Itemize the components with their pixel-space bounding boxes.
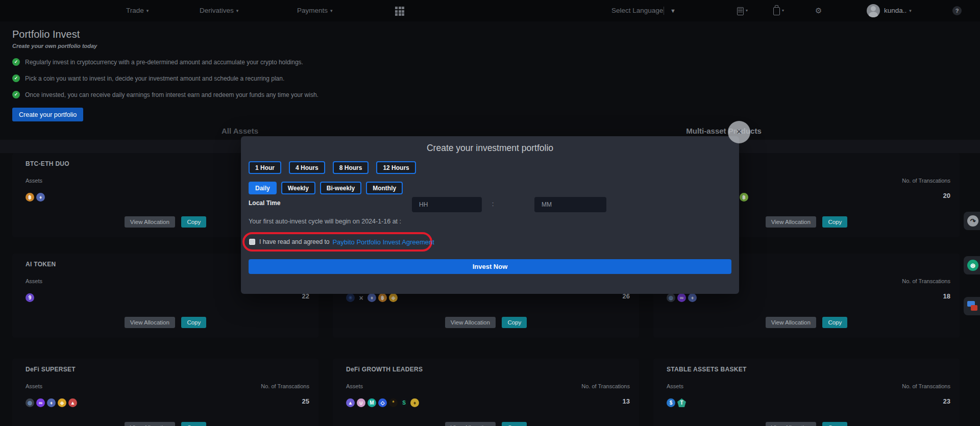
page-subtitle: Create your own portfolio today xyxy=(12,43,97,49)
nav-menu-payments-label: Payments xyxy=(297,7,328,14)
btc-icon: ฿ xyxy=(26,193,34,202)
gold-token-icon: ◆ xyxy=(58,398,66,407)
transactions-label: No. of Transcations xyxy=(902,178,950,184)
check-circle-icon: ✓ xyxy=(12,91,20,98)
option-12-hours[interactable]: 12 Hours xyxy=(376,161,415,174)
copy-button[interactable]: Copy xyxy=(181,317,206,328)
card-actions: View Allocation Copy xyxy=(333,317,639,328)
copy-button[interactable]: Copy xyxy=(181,216,206,228)
view-allocation-button[interactable]: View Allocation xyxy=(125,317,175,328)
usdt-icon: T xyxy=(677,398,686,407)
language-caret-icon[interactable]: ▼ xyxy=(670,0,676,21)
agreement-link[interactable]: Paybito Portfolio Invest Agreement xyxy=(332,238,434,246)
assets-label: Assets xyxy=(346,383,363,389)
nav-menu-derivatives[interactable]: Derivatives▾ xyxy=(200,0,238,21)
btc-icon: ฿ xyxy=(378,293,387,302)
copy-button[interactable]: Copy xyxy=(502,422,527,426)
view-allocation-button[interactable]: View Allocation xyxy=(766,422,816,426)
option-bi-weekly[interactable]: Bi-weekly xyxy=(320,182,361,194)
mkr-icon: M xyxy=(368,398,376,407)
agreement-checkbox[interactable] xyxy=(249,239,255,245)
wallet-bag-icon[interactable] xyxy=(773,7,780,15)
create-portfolio-button[interactable]: Create your portfolio xyxy=(12,108,83,121)
portfolio-card-defi-superset: DeFi SUPERSET Assets No. of Transcations… xyxy=(12,359,318,426)
top-nav: Trade▾ Derivatives▾ Payments▾ Select Lan… xyxy=(0,0,980,21)
transactions-count: 20 xyxy=(943,192,950,199)
asset-coin-icons: ฿ xyxy=(740,193,750,202)
card-title: STABLE ASSETS BASKET xyxy=(667,366,747,373)
dark-sun-icon: ☀ xyxy=(346,293,355,302)
view-allocation-button[interactable]: View Allocation xyxy=(125,216,175,228)
view-allocation-button[interactable]: View Allocation xyxy=(766,317,816,328)
chevron-down-icon: ▾ xyxy=(330,8,333,13)
copy-button[interactable]: Copy xyxy=(822,422,847,426)
close-icon[interactable]: × xyxy=(728,121,750,143)
swirl-token-icon: ◎ xyxy=(667,293,675,302)
option-1-hour[interactable]: 1 Hour xyxy=(249,161,281,174)
select-language[interactable]: Select Language xyxy=(611,0,663,21)
username-label: kunda.. xyxy=(884,7,906,14)
chat-widget[interactable] xyxy=(964,297,980,315)
invest-now-button[interactable]: Invest Now xyxy=(249,259,731,274)
frequency-options-row: Daily Weekly Bi-weekly Monthly xyxy=(249,182,407,194)
view-allocation-button[interactable]: View Allocation xyxy=(445,422,496,426)
option-8-hours[interactable]: 8 Hours xyxy=(333,161,369,174)
tab-all-assets[interactable]: All Assets xyxy=(199,127,281,135)
tab-multi-asset-products[interactable]: Multi-asset Products xyxy=(657,127,790,135)
nav-menu-trade[interactable]: Trade▾ xyxy=(126,0,149,21)
cycle-info-text: Your first auto-invest cycle will begin … xyxy=(249,218,401,225)
view-allocation-button[interactable]: View Allocation xyxy=(125,422,175,426)
username-menu[interactable]: kunda..▾ xyxy=(884,0,912,21)
grid-cell xyxy=(395,7,398,9)
eth-icon: ♦ xyxy=(47,398,56,407)
time-colon: : xyxy=(492,201,494,208)
view-allocation-button[interactable]: View Allocation xyxy=(445,317,496,328)
view-allocation-button[interactable]: View Allocation xyxy=(766,216,816,228)
local-time-label: Local Time xyxy=(249,199,280,207)
asset-coin-icons: ☀×♦฿◆ xyxy=(346,293,400,302)
gold2-token-icon: ♦ xyxy=(410,398,419,407)
avatar[interactable] xyxy=(867,4,880,17)
option-weekly[interactable]: Weekly xyxy=(281,182,315,194)
matic-icon: ∞ xyxy=(677,293,686,302)
usdc-icon: $ xyxy=(667,398,675,407)
gear-icon[interactable]: ⚙ xyxy=(815,0,822,21)
option-daily[interactable]: Daily xyxy=(249,182,277,194)
hour-options-row: 1 Hour 4 Hours 8 Hours 12 Hours xyxy=(249,161,424,174)
nav-menu-payments[interactable]: Payments▾ xyxy=(297,0,333,21)
grid-cell xyxy=(395,13,398,16)
card-actions: View Allocation Copy xyxy=(12,317,318,328)
grid-cell xyxy=(402,13,404,16)
option-monthly[interactable]: Monthly xyxy=(366,182,403,194)
chatgpt-icon: ⊛ xyxy=(967,260,978,271)
minute-input[interactable] xyxy=(534,197,606,212)
benefit-bullet: ✓ Once invested, you can receive daily e… xyxy=(12,91,318,98)
asset-coin-icons: ▲∪M◇*S♦ xyxy=(346,398,421,407)
option-4-hours[interactable]: 4 Hours xyxy=(289,161,325,174)
nav-menu-derivatives-label: Derivatives xyxy=(200,7,234,14)
benefit-text: Pick a coin you want to invest in, decid… xyxy=(25,75,284,82)
page-title: Portfolio Invest xyxy=(12,29,80,40)
chatgpt-widget[interactable]: ⊛ xyxy=(964,256,980,274)
copy-button[interactable]: Copy xyxy=(181,422,206,426)
share-widget[interactable]: ↷ xyxy=(964,212,980,230)
grid-cell xyxy=(399,7,401,9)
copy-button[interactable]: Copy xyxy=(502,317,527,328)
copy-button[interactable]: Copy xyxy=(822,317,847,328)
copy-button[interactable]: Copy xyxy=(822,216,847,228)
card-title: DeFi GROWTH LEADERS xyxy=(346,366,423,373)
bch-icon: ฿ xyxy=(740,193,748,202)
help-icon[interactable]: ? xyxy=(952,6,962,15)
orders-book-icon[interactable] xyxy=(737,7,744,15)
benefit-text: Regularly invest in cryptocurrency with … xyxy=(25,59,303,66)
card-title: AI TOKEN xyxy=(26,261,56,268)
xrp-icon: × xyxy=(357,293,365,302)
asset-coin-icons: ◎∞♦◆▲ xyxy=(26,398,79,407)
eth-icon: ♦ xyxy=(36,193,45,202)
hour-input[interactable] xyxy=(412,197,482,212)
grid-cell xyxy=(395,10,398,13)
apps-grid-icon[interactable] xyxy=(395,7,404,16)
card-actions: View Allocation Copy xyxy=(333,422,639,426)
transactions-label: No. of Transcations xyxy=(261,383,309,389)
link-icon: ◇ xyxy=(378,398,387,407)
